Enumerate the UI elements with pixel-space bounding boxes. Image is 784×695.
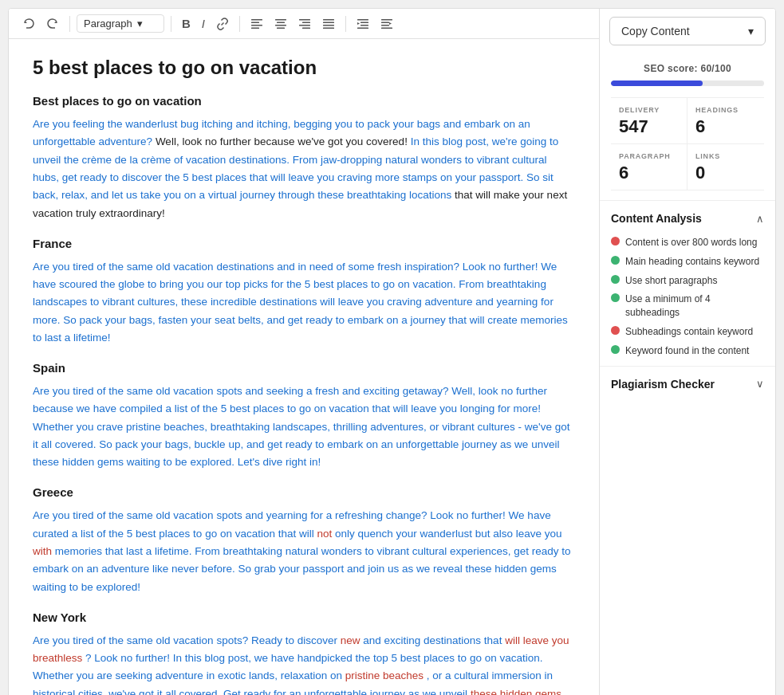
paragraph-dropdown-arrow: ▾	[137, 18, 143, 29]
analysis-item-text-4: Subheadings contain keyword	[625, 325, 753, 339]
seo-stat-links: LINKS 0	[687, 144, 764, 190]
analysis-list: Content is over 800 words long Main head…	[611, 236, 764, 358]
toolbar: Paragraph ▾ B I	[9, 9, 599, 39]
seo-stat-headings-value: 6	[695, 116, 756, 137]
link-button[interactable]	[212, 14, 233, 33]
plagiarism-header[interactable]: Plagiarism Checker ∨	[611, 375, 764, 394]
seo-stat-headings-label: HEADINGS	[695, 106, 756, 114]
seo-stat-links-label: LINKS	[695, 152, 756, 160]
svg-rect-2	[251, 25, 262, 26]
italic-button[interactable]: I	[198, 14, 209, 33]
section-heading-0: Best places to go on vacation	[33, 94, 575, 108]
svg-rect-17	[360, 22, 368, 23]
indent-decrease-button[interactable]	[353, 14, 373, 33]
align-right-button[interactable]	[294, 14, 315, 33]
sidebar: Copy Content ▾ SEO score: 60/100 DELIVER…	[600, 9, 775, 695]
section-heading-1: France	[33, 237, 575, 250]
paragraph-4-0: Are you tired of the same old vacation s…	[33, 632, 575, 695]
seo-stat-paragraph-value: 6	[619, 163, 679, 183]
svg-rect-6	[275, 25, 286, 26]
copy-content-button[interactable]: Copy Content ▾	[609, 17, 766, 45]
paragraph-1-0: Are you tired of the same old vacation d…	[33, 258, 575, 347]
seo-stat-headings: HEADINGS 6	[687, 98, 764, 144]
seo-section: SEO score: 60/100 DELIVERY 547 HEADINGS …	[600, 53, 775, 201]
content-analysis-section: Content Analysis ∧ Content is over 800 w…	[600, 201, 775, 367]
status-dot-pass-2	[611, 275, 620, 284]
analysis-item-0: Content is over 800 words long	[611, 236, 764, 249]
analysis-item-4: Subheadings contain keyword	[611, 325, 764, 339]
svg-rect-9	[302, 22, 310, 23]
plagiarism-section: Plagiarism Checker ∨	[600, 367, 775, 402]
app-container: Paragraph ▾ B I	[8, 8, 776, 695]
seo-stat-delivery-value: 547	[619, 116, 679, 137]
divider-3	[239, 16, 240, 32]
indent-increase-button[interactable]	[376, 14, 397, 33]
svg-rect-18	[360, 25, 368, 26]
seo-score-label: SEO score: 60/100	[611, 63, 764, 74]
copy-content-dropdown-icon: ▾	[748, 25, 754, 37]
redo-button[interactable]	[42, 14, 63, 33]
svg-rect-21	[381, 19, 392, 21]
align-left-button[interactable]	[246, 14, 267, 33]
paragraph-0-0: Are you feeling the wanderlust bug itchi…	[33, 116, 575, 222]
svg-rect-19	[357, 27, 368, 29]
analysis-item-text-0: Content is over 800 words long	[625, 236, 757, 249]
editor-content[interactable]: 5 best places to go on vacation Best pla…	[9, 39, 599, 695]
content-analysis-chevron: ∧	[756, 213, 764, 225]
svg-rect-3	[251, 27, 259, 29]
seo-stat-paragraph-label: PARAGRAPH	[619, 152, 679, 160]
svg-rect-24	[381, 27, 392, 29]
seo-score-bar-wrap	[611, 80, 764, 86]
svg-rect-5	[277, 22, 285, 23]
bold-button[interactable]: B	[178, 14, 195, 33]
section-heading-3: Greece	[33, 485, 575, 499]
align-center-button[interactable]	[270, 14, 291, 33]
seo-stats-grid: DELIVERY 547 HEADINGS 6 PARAGRAPH 6 LINK…	[611, 97, 764, 190]
divider-1	[69, 16, 70, 32]
svg-rect-10	[299, 25, 310, 26]
svg-rect-0	[251, 19, 262, 21]
analysis-item-5: Keyword found in the content	[611, 344, 764, 358]
paragraph-3-0: Are you tired of the same old vacation s…	[33, 507, 575, 595]
content-analysis-header[interactable]: Content Analysis ∧	[611, 209, 764, 228]
undo-button[interactable]	[18, 14, 39, 33]
status-dot-pass-5	[611, 345, 620, 354]
paragraph-select[interactable]: Paragraph ▾	[77, 14, 164, 33]
section-heading-2: Spain	[33, 361, 575, 375]
svg-rect-8	[299, 19, 310, 21]
paragraph-2-0: Are you tired of the same old vacation s…	[33, 383, 575, 471]
editor-panel: Paragraph ▾ B I	[9, 9, 600, 695]
svg-marker-25	[389, 22, 392, 25]
analysis-item-1: Main heading contains keyword	[611, 255, 764, 269]
analysis-item-text-2: Use short paragraphs	[625, 274, 717, 288]
status-dot-fail-4	[611, 326, 620, 335]
paragraph-select-label: Paragraph	[84, 18, 132, 29]
justify-button[interactable]	[318, 14, 339, 33]
content-analysis-title: Content Analysis	[611, 212, 702, 225]
analysis-item-text-3: Use a minimum of 4 subheadings	[625, 293, 764, 320]
seo-stat-links-value: 0	[695, 163, 756, 183]
svg-rect-15	[323, 27, 334, 29]
svg-rect-16	[357, 19, 368, 21]
seo-stat-delivery: DELIVERY 547	[611, 98, 687, 144]
plagiarism-chevron: ∨	[756, 378, 764, 390]
doc-title: 5 best places to go on vacation	[33, 55, 575, 80]
svg-rect-11	[302, 27, 310, 29]
svg-rect-22	[381, 22, 389, 23]
status-dot-pass-3	[611, 293, 620, 302]
svg-rect-4	[275, 19, 286, 21]
seo-score-bar	[611, 80, 703, 86]
plagiarism-title: Plagiarism Checker	[611, 378, 715, 391]
analysis-item-3: Use a minimum of 4 subheadings	[611, 293, 764, 320]
svg-rect-23	[381, 25, 389, 26]
seo-stat-paragraph: PARAGRAPH 6	[611, 144, 687, 190]
copy-content-label: Copy Content	[621, 25, 690, 37]
analysis-item-text-1: Main heading contains keyword	[625, 255, 759, 269]
divider-4	[345, 16, 346, 32]
status-dot-pass-1	[611, 256, 620, 265]
divider-2	[171, 16, 171, 32]
svg-rect-7	[277, 27, 285, 29]
status-dot-fail-0	[611, 237, 620, 245]
svg-rect-1	[251, 22, 259, 23]
analysis-item-2: Use short paragraphs	[611, 274, 764, 288]
